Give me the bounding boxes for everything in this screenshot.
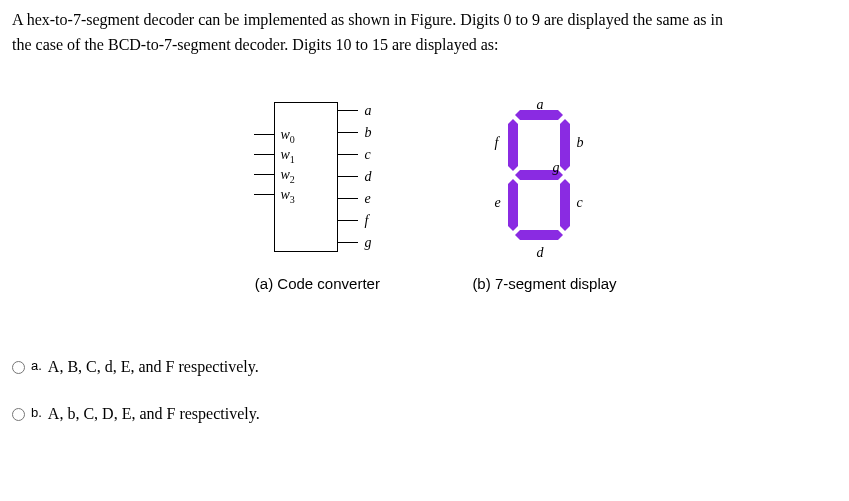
code-converter-diagram: w0 w1 w2 w3 a b c d e f g xyxy=(232,102,402,252)
segment-c xyxy=(560,184,570,226)
segment-b xyxy=(560,124,570,166)
option-a-row: a. A, B, C, d, E, and F respectively. xyxy=(12,355,837,380)
segment-label-a: a xyxy=(536,94,543,116)
segment-label-g: g xyxy=(552,157,559,179)
segment-label-f: f xyxy=(494,132,498,154)
figure-row: w0 w1 w2 w3 a b c d e f g (a) Code conve… xyxy=(12,102,837,295)
output-line-e xyxy=(338,198,358,200)
output-line-f xyxy=(338,220,358,222)
option-a-text: A, B, C, d, E, and F respectively. xyxy=(48,355,259,380)
output-line-g xyxy=(338,242,358,244)
input-line-w1 xyxy=(254,154,274,156)
question-text: A hex-to-7-segment decoder can be implem… xyxy=(12,8,837,58)
input-line-w2 xyxy=(254,174,274,176)
option-b-radio[interactable] xyxy=(12,408,25,421)
option-b-text: A, b, C, D, E, and F respectively. xyxy=(48,402,260,427)
caption-code-converter: (a) Code converter xyxy=(255,272,380,295)
segment-e xyxy=(508,184,518,226)
option-a-radio[interactable] xyxy=(12,361,25,374)
figure-7seg-col: a b c d e f g (b) 7-segment display xyxy=(472,102,616,295)
question-line-1: A hex-to-7-segment decoder can be implem… xyxy=(12,11,723,28)
input-line-w0 xyxy=(254,134,274,136)
figure-code-converter-col: w0 w1 w2 w3 a b c d e f g (a) Code conve… xyxy=(232,102,402,295)
segment-label-b: b xyxy=(576,132,583,154)
output-label-g: g xyxy=(364,232,371,254)
options-list: a. A, B, C, d, E, and F respectively. b.… xyxy=(12,355,837,427)
input-label-w3: w3 xyxy=(280,184,294,207)
segment-label-c: c xyxy=(576,192,582,214)
output-line-d xyxy=(338,176,358,178)
question-line-2: the case of the BCD-to-7-segment decoder… xyxy=(12,36,499,53)
output-label-c: c xyxy=(364,144,370,166)
segment-f xyxy=(508,124,518,166)
segment-d xyxy=(520,230,558,240)
output-line-b xyxy=(338,132,358,134)
output-label-d: d xyxy=(364,166,371,188)
segment-label-d: d xyxy=(536,242,543,264)
output-label-a: a xyxy=(364,100,371,122)
option-b-letter: b. xyxy=(31,403,42,423)
segment-label-e: e xyxy=(494,192,500,214)
option-b-row: b. A, b, C, D, E, and F respectively. xyxy=(12,402,837,427)
option-a-letter: a. xyxy=(31,356,42,376)
output-label-f: f xyxy=(364,210,368,232)
seven-segment-display: a b c d e f g xyxy=(474,102,614,252)
output-label-e: e xyxy=(364,188,370,210)
input-line-w3 xyxy=(254,194,274,196)
caption-7seg: (b) 7-segment display xyxy=(472,272,616,295)
output-line-c xyxy=(338,154,358,156)
output-line-a xyxy=(338,110,358,112)
output-label-b: b xyxy=(364,122,371,144)
